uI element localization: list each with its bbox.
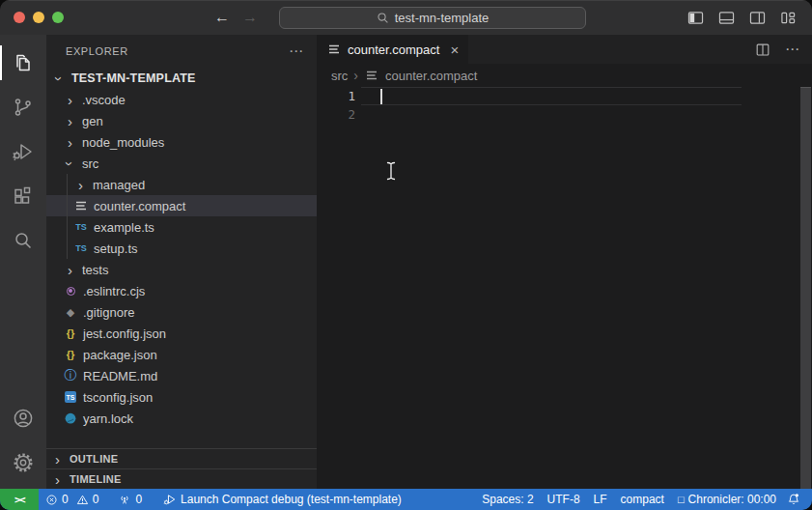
chevron-right-icon: › (63, 135, 77, 150)
chronicler-label: Chronicler: 00:00 (688, 493, 776, 506)
timeline-section-header[interactable]: › TIMELINE (46, 468, 317, 489)
split-editor-icon[interactable] (755, 42, 770, 57)
timeline-label: TIMELINE (65, 473, 122, 485)
tree-item-gen[interactable]: ›gen (46, 110, 317, 131)
tree-item-tests[interactable]: ›tests (46, 259, 317, 280)
tree-item-label: README.md (78, 369, 157, 383)
tree-item-jest-config-json[interactable]: {}jest.config.json (46, 323, 317, 344)
readme-info-icon: ⓘ (63, 368, 78, 383)
more-actions-icon[interactable]: ⋯ (785, 41, 799, 58)
tree-item-package-json[interactable]: {}package.json (46, 344, 317, 365)
source-control-icon[interactable] (0, 85, 46, 129)
tree-item-src[interactable]: ›src (46, 153, 317, 174)
list-file-icon (73, 198, 89, 213)
tree-item-example-ts[interactable]: TSexample.ts (46, 216, 317, 238)
remote-indicator[interactable]: >< (0, 489, 39, 510)
chevron-right-icon: › (73, 178, 88, 192)
launch-debug-item[interactable]: Launch Compact debug (test-mn-template) (156, 489, 408, 510)
chevron-right-icon: › (63, 93, 77, 107)
minimize-button[interactable] (33, 12, 44, 23)
explorer-icon[interactable] (0, 41, 46, 85)
vscode-window: ← → test-mn-template (0, 0, 812, 510)
toggle-sidebar-icon[interactable] (687, 11, 704, 25)
debug-alt-icon (163, 493, 177, 506)
run-and-debug-icon[interactable] (0, 129, 46, 174)
git-file-icon: ◆ (63, 304, 78, 320)
toggle-secondary-sidebar-icon[interactable] (749, 11, 766, 25)
chevron-right-icon: › (353, 68, 358, 83)
indentation-item[interactable]: Spaces: 2 (475, 493, 540, 506)
search-icon[interactable] (0, 218, 46, 263)
tab-label: counter.compact (348, 42, 439, 57)
tree-item-label: jest.config.json (78, 326, 166, 341)
tree-item-label: counter.compact (89, 199, 185, 213)
outline-label: OUTLINE (65, 453, 118, 465)
tree-item-counter-compact[interactable]: counter.compact (46, 195, 317, 216)
text-cursor (380, 89, 382, 104)
tsconfig-file-icon: TS (63, 389, 78, 405)
tree-item-gitignore[interactable]: ◆.gitignore (46, 301, 317, 323)
warning-icon (76, 494, 89, 506)
tree-item-setup-ts[interactable]: TSsetup.ts (46, 238, 317, 259)
close-button[interactable] (14, 12, 25, 23)
list-file-icon (364, 68, 379, 83)
tree-item-node-modules[interactable]: ›node_modules (46, 131, 317, 153)
chevron-right-icon: › (63, 114, 77, 128)
extensions-icon[interactable] (0, 174, 46, 218)
ports-count: 0 (135, 493, 142, 506)
activity-bar (0, 35, 46, 489)
tree-item-label: .eslintrc.cjs (78, 284, 145, 298)
tree-item-vscode[interactable]: ›.vscode (46, 89, 317, 110)
tree-item-readme-md[interactable]: ⓘREADME.md (46, 365, 317, 386)
back-arrow-icon[interactable]: ← (214, 9, 230, 26)
file-tree: ›TEST-MN-TEMPLATE›.vscode›gen›node_modul… (46, 68, 317, 448)
breadcrumb-folder[interactable]: src (331, 69, 348, 83)
code-editor[interactable]: 1 2 (317, 87, 812, 489)
tree-item-managed[interactable]: ›managed (46, 174, 317, 195)
accounts-icon[interactable] (0, 396, 46, 440)
vertical-scrollbar[interactable] (800, 87, 811, 489)
line-number-gutter: 1 2 (317, 87, 355, 124)
outline-section-header[interactable]: › OUTLINE (46, 448, 317, 468)
customize-layout-icon[interactable] (780, 11, 797, 25)
titlebar: ← → test-mn-template (0, 0, 812, 35)
list-file-icon (326, 42, 342, 57)
tree-item-label: yarn.lock (78, 411, 133, 426)
warning-count: 0 (93, 493, 99, 506)
chevron-right-icon: › (50, 472, 65, 487)
tree-item-label: gen (77, 114, 103, 128)
more-actions-icon[interactable]: ⋯ (289, 42, 303, 60)
language-mode-item[interactable]: compact (614, 493, 671, 506)
settings-gear-icon[interactable] (0, 440, 46, 485)
forward-arrow-icon[interactable]: → (242, 9, 258, 26)
zoom-button[interactable] (52, 12, 64, 23)
editor-area: counter.compact × ⋯ src › counter.compac… (317, 35, 812, 489)
tab-bar: counter.compact × ⋯ (317, 35, 812, 64)
tree-item-test-mn-template[interactable]: ›TEST-MN-TEMPLATE (46, 68, 317, 89)
tree-item-label: package.json (78, 348, 157, 362)
close-tab-icon[interactable]: × (450, 42, 459, 58)
tab-counter-compact[interactable]: counter.compact × (317, 35, 468, 64)
tree-item-label: example.ts (89, 220, 154, 235)
breadcrumb-file[interactable]: counter.compact (385, 69, 477, 83)
editor-actions: ⋯ (755, 35, 812, 64)
tree-item-yarn-lock[interactable]: yarn.lock (46, 408, 317, 429)
toggle-panel-icon[interactable] (718, 11, 735, 25)
tree-item-eslintrc-cjs[interactable]: .eslintrc.cjs (46, 280, 317, 301)
command-center-label: test-mn-template (395, 11, 490, 25)
command-center-search[interactable]: test-mn-template (279, 7, 586, 29)
tree-item-label: TEST-MN-TEMPLATE (67, 71, 196, 85)
encoding-item[interactable]: UTF-8 (541, 493, 587, 506)
eol-item[interactable]: LF (587, 493, 614, 506)
square-icon: □ (678, 494, 685, 505)
status-bar: >< 0 0 0 Launch Compact debug (test-mn-t… (0, 489, 812, 510)
launch-label: Launch Compact debug (test-mn-template) (181, 493, 402, 506)
tree-item-tsconfig-json[interactable]: TStsconfig.json (46, 386, 317, 408)
ports-indicator[interactable]: 0 (111, 489, 149, 510)
problems-indicator[interactable]: 0 0 (39, 489, 105, 510)
notifications-bell[interactable] (783, 493, 804, 506)
eslint-file-icon (63, 283, 78, 298)
chronicler-item[interactable]: □ Chronicler: 00:00 (671, 493, 783, 506)
search-icon (377, 12, 389, 24)
error-count: 0 (62, 493, 69, 506)
